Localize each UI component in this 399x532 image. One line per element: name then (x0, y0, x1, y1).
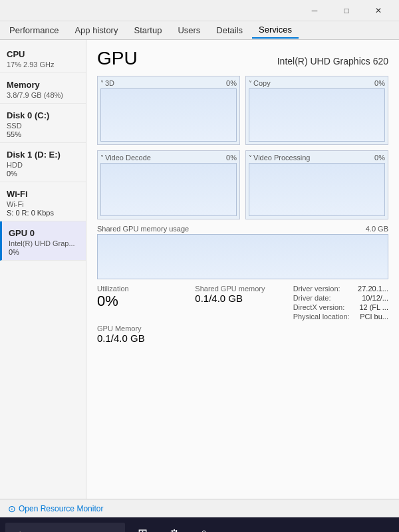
sidebar-disk0-sub: SSD (7, 122, 78, 130)
chart-3d-area (100, 88, 237, 142)
stats-section: Utilization 0% Shared GPU memory 0.1/4.0… (97, 285, 388, 322)
chart-video-decode: ˅Video Decode 0% (97, 150, 240, 219)
shared-memory-section: Shared GPU memory usage 4.0 GB (97, 225, 388, 279)
resource-monitor-icon: ⊙ (8, 503, 16, 514)
tab-app-history[interactable]: App history (68, 23, 124, 38)
sidebar-memory-sub: 3.8/7.9 GB (48%) (7, 91, 78, 99)
close-button[interactable]: ✕ (363, 1, 394, 21)
gpu-memory-section: GPU Memory 0.1/4.0 GB (97, 325, 388, 344)
sidebar-item-disk0[interactable]: Disk 0 (C:) SSD 55% (0, 104, 86, 143)
charts-grid: ˅3D 0% ˅Copy 0% ˅Video Decode 0% (97, 76, 388, 219)
tab-startup[interactable]: Startup (127, 23, 168, 38)
tab-details[interactable]: Details (209, 23, 249, 38)
sidebar-wifi-sub: Wi-Fi (7, 200, 78, 208)
chart-video-processing: ˅Video Processing 0% (245, 150, 388, 219)
physical-value: PCI bu... (360, 313, 388, 321)
tab-users[interactable]: Users (171, 23, 207, 38)
sidebar-item-cpu[interactable]: CPU 17% 2.93 GHz (0, 43, 86, 73)
chart-3d-label-row: ˅3D 0% (100, 79, 237, 87)
sidebar-disk0-value: 55% (7, 130, 78, 138)
sidebar-wifi-value: S: 0 R: 0 Kbps (7, 209, 78, 217)
chart-copy: ˅Copy 0% (245, 76, 388, 145)
chart-3d: ˅3D 0% (97, 76, 240, 145)
chart-copy-label-row: ˅Copy 0% (249, 79, 385, 87)
gpu-memory-label: GPU Memory (97, 325, 388, 332)
directx-label: DirectX version: (293, 303, 345, 311)
sidebar-cpu-sub: 17% 2.93 GHz (7, 61, 78, 68)
taskbar-search[interactable] (5, 523, 125, 532)
chart-video-decode-label-row: ˅Video Decode 0% (100, 154, 237, 162)
shared-memory-value: 4.0 GB (366, 225, 388, 233)
driver-version-label: Driver version: (293, 285, 340, 293)
sidebar-item-disk1[interactable]: Disk 1 (D: E:) HDD 0% (0, 143, 86, 182)
driver-version-value: 27.20.1... (358, 285, 388, 293)
sidebar-item-gpu0[interactable]: GPU 0 Intel(R) UHD Grap... 0% (0, 221, 86, 261)
sidebar-memory-label: Memory (7, 80, 78, 90)
tab-bar: Performance App history Startup Users De… (0, 21, 399, 40)
open-resource-monitor-label: Open Resource Monitor (19, 504, 103, 513)
maximize-button[interactable]: □ (331, 1, 362, 21)
window-controls: ─ □ ✕ (299, 1, 394, 21)
sidebar-gpu0-sub: Intel(R) UHD Grap... (9, 239, 78, 247)
gpu-title: GPU (97, 48, 138, 69)
chart-3d-value: 0% (226, 79, 237, 87)
driver-date-value: 10/12/... (362, 294, 388, 302)
gpu-header: GPU Intel(R) UHD Graphics 620 (97, 48, 388, 69)
taskbar-settings-btn[interactable]: ⚙ (160, 521, 189, 532)
driver-info: Driver version: 27.20.1... Driver date: … (293, 285, 388, 322)
chart-copy-value: 0% (374, 79, 385, 87)
sidebar-item-memory[interactable]: Memory 3.8/7.9 GB (48%) (0, 73, 86, 104)
chart-copy-area (249, 88, 385, 142)
taskbar-task-manager-btn[interactable]: ⊞ (128, 521, 157, 532)
utilization-value: 0% (97, 293, 192, 310)
title-bar: ─ □ ✕ (0, 0, 399, 21)
driver-date-label: Driver date: (293, 294, 331, 302)
sidebar-gpu0-label: GPU 0 (9, 228, 78, 238)
main-content: CPU 17% 2.93 GHz Memory 3.8/7.9 GB (48%)… (0, 40, 399, 499)
chart-video-processing-value: 0% (374, 154, 385, 162)
utilization-label: Utilization (97, 285, 192, 293)
sidebar-disk1-label: Disk 1 (D: E:) (7, 150, 78, 160)
chart-3d-label: ˅3D (100, 79, 114, 87)
sidebar-item-wifi[interactable]: Wi-Fi Wi-Fi S: 0 R: 0 Kbps (0, 182, 86, 221)
chart-video-processing-area (249, 163, 385, 216)
shared-memory-label: Shared GPU memory usage (97, 225, 189, 233)
sidebar-cpu-label: CPU (7, 49, 78, 59)
sidebar-disk0-label: Disk 0 (C:) (7, 110, 78, 120)
open-resource-monitor-link[interactable]: ⊙ Open Resource Monitor (8, 503, 103, 514)
physical-row: Physical location: PCI bu... (293, 313, 388, 321)
driver-date-row: Driver date: 10/12/... (293, 294, 388, 302)
physical-label: Physical location: (293, 313, 350, 321)
bottom-bar: ⊙ Open Resource Monitor (0, 499, 399, 517)
gpu-memory-value: 0.1/4.0 GB (97, 332, 388, 344)
shared-gpu-label: Shared GPU memory (195, 285, 290, 293)
directx-value: 12 (FL ... (359, 303, 388, 311)
directx-row: DirectX version: 12 (FL ... (293, 303, 388, 311)
chart-video-decode-area (100, 163, 237, 216)
sidebar: CPU 17% 2.93 GHz Memory 3.8/7.9 GB (48%)… (0, 40, 86, 499)
minimize-button[interactable]: ─ (299, 1, 330, 21)
driver-version-row: Driver version: 27.20.1... (293, 285, 388, 293)
sidebar-gpu0-value: 0% (9, 248, 78, 256)
chart-copy-label: ˅Copy (249, 79, 271, 87)
gpu-name: Intel(R) UHD Graphics 620 (277, 56, 388, 66)
chart-video-processing-label: ˅Video Processing (249, 154, 310, 162)
right-panel: GPU Intel(R) UHD Graphics 620 ˅3D 0% ˅Co… (86, 40, 399, 499)
sidebar-disk1-sub: HDD (7, 161, 78, 169)
utilization-stat: Utilization 0% (97, 285, 192, 322)
sidebar-disk1-value: 0% (7, 170, 78, 178)
chart-video-processing-label-row: ˅Video Processing 0% (249, 154, 385, 162)
shared-memory-chart (97, 234, 388, 279)
tab-services[interactable]: Services (252, 22, 299, 39)
shared-gpu-value: 0.1/4.0 GB (195, 293, 290, 304)
sidebar-wifi-label: Wi-Fi (7, 189, 78, 199)
shared-gpu-stat: Shared GPU memory 0.1/4.0 GB (195, 285, 290, 322)
tab-performance[interactable]: Performance (3, 23, 65, 38)
chart-video-decode-value: 0% (226, 154, 237, 162)
chart-video-decode-label: ˅Video Decode (100, 154, 151, 162)
shared-memory-label-row: Shared GPU memory usage 4.0 GB (97, 225, 388, 233)
taskbar-file-btn[interactable]: 🗂 (192, 521, 221, 532)
taskbar: ⊞ ⚙ 🗂 (0, 517, 399, 532)
